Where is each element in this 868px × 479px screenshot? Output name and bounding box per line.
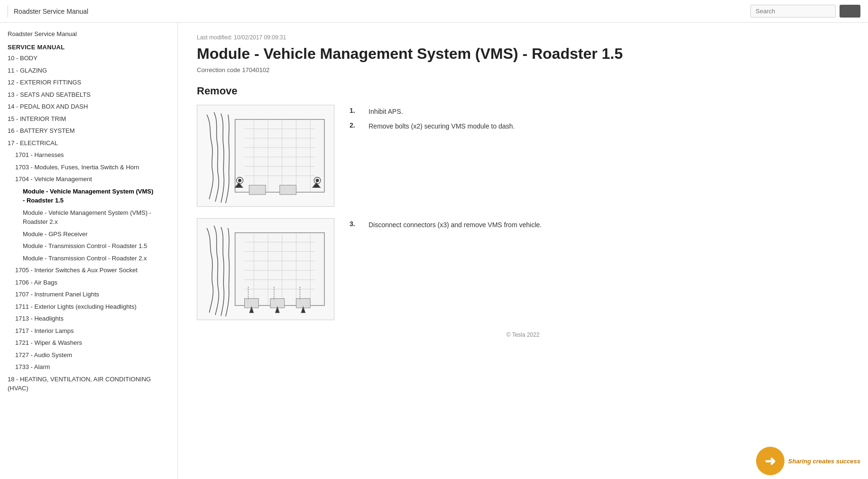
sidebar-section-service-manual: SERVICE MANUAL xyxy=(0,42,177,52)
step-1-text: Inhibit APS. xyxy=(369,107,403,117)
sidebar-subitem-modules[interactable]: 1703 - Modules, Fuses, Inertia Switch & … xyxy=(0,161,177,174)
step-2: 2. Remove bolts (x2) securing VMS module… xyxy=(350,121,515,131)
step-3-number: 3. xyxy=(350,220,363,228)
sidebar-subitem-vehicle-management[interactable]: 1704 - Vehicle Management xyxy=(0,173,177,185)
diagram-1-svg xyxy=(197,105,334,206)
sidebar-item-glazing[interactable]: 11 - GLAZING xyxy=(0,64,177,77)
sidebar-item-electrical[interactable]: 17 - ELECTRICAL xyxy=(0,137,177,149)
sidebar-subitem-interior-switches[interactable]: 1705 - Interior Switches & Aux Power Soc… xyxy=(0,264,177,276)
sidebar-item-pedal-box[interactable]: 14 - PEDAL BOX AND DASH xyxy=(0,101,177,113)
sidebar-header: Roadster Service Manual xyxy=(0,28,177,42)
sidebar-item-battery[interactable]: 16 - BATTERY SYSTEM xyxy=(0,125,177,137)
page-title: Module - Vehicle Management System (VMS)… xyxy=(197,45,849,63)
main-content: Last modified: 10/02/2017 09:09:31 Modul… xyxy=(178,23,868,479)
sidebar-item-exterior-fittings[interactable]: 12 - EXTERIOR FITTINGS xyxy=(0,76,177,89)
sidebar-subsubitem-vms-1-5[interactable]: Module - Vehicle Management System (VMS)… xyxy=(0,185,177,207)
sidebar-subitem-alarm[interactable]: 1733 - Alarm xyxy=(0,361,177,373)
copyright: © Tesla 2022 xyxy=(197,332,849,338)
sidebar-item-hvac[interactable]: 18 - HEATING, VENTILATION, AIR CONDITION… xyxy=(0,373,177,395)
sidebar-subitem-airbags[interactable]: 1706 - Air Bags xyxy=(0,276,177,289)
diagram-1 xyxy=(197,105,334,207)
last-modified: Last modified: 10/02/2017 09:09:31 xyxy=(197,34,849,41)
correction-code: Correction code 17040102 xyxy=(197,66,849,74)
diagram-2-svg xyxy=(197,219,334,320)
step-3: 3. Disconnect connectors (x3) and remove… xyxy=(350,220,542,230)
step-3-text: Disconnect connectors (x3) and remove VM… xyxy=(369,220,542,230)
svg-rect-12 xyxy=(249,185,266,195)
topbar-button[interactable] xyxy=(840,5,860,18)
sidebar-subitem-wipers[interactable]: 1721 - Wiper & Washers xyxy=(0,337,177,349)
svg-rect-13 xyxy=(280,185,296,195)
sidebar-subitem-exterior-lights[interactable]: 1711 - Exterior Lights (excluding Headli… xyxy=(0,301,177,313)
sidebar-subitem-audio[interactable]: 1727 - Audio System xyxy=(0,349,177,361)
step-1-number: 1. xyxy=(350,107,363,114)
steps-group-1: 1. Inhibit APS. 2. Remove bolts (x2) sec… xyxy=(350,105,515,136)
diagram-2 xyxy=(197,218,334,320)
step-2-number: 2. xyxy=(350,121,363,129)
sidebar-subsubitem-gps[interactable]: Module - GPS Receiver xyxy=(0,228,177,240)
remove-heading: Remove xyxy=(197,85,849,97)
svg-point-17 xyxy=(316,179,319,182)
content-section-1: 1. Inhibit APS. 2. Remove bolts (x2) sec… xyxy=(197,105,849,207)
sidebar-item-body[interactable]: 10 - BODY xyxy=(0,52,177,64)
sidebar-subitem-interior-lamps[interactable]: 1717 - Interior Lamps xyxy=(0,325,177,337)
topbar-divider xyxy=(8,6,8,17)
sidebar-item-seats[interactable]: 13 - SEATS AND SEATBELTS xyxy=(0,89,177,101)
step-1: 1. Inhibit APS. xyxy=(350,107,515,117)
sidebar-subsubitem-vms-2x[interactable]: Module - Vehicle Management System (VMS)… xyxy=(0,207,177,228)
topbar-right xyxy=(750,5,860,18)
sidebar-subsubitem-transmission-2x[interactable]: Module - Transmission Control - Roadster… xyxy=(0,252,177,265)
svg-point-15 xyxy=(239,179,241,182)
sidebar-subitem-headlights[interactable]: 1713 - Headlights xyxy=(0,313,177,325)
content-section-2: 3. Disconnect connectors (x3) and remove… xyxy=(197,218,849,320)
sidebar-subitem-harnesses[interactable]: 1701 - Harnesses xyxy=(0,149,177,161)
sidebar-subsubitem-transmission-1-5[interactable]: Module - Transmission Control - Roadster… xyxy=(0,240,177,252)
layout: Roadster Service Manual SERVICE MANUAL 1… xyxy=(0,23,868,479)
sidebar-subitem-instrument-panel[interactable]: 1707 - Instrument Panel Lights xyxy=(0,288,177,301)
svg-rect-0 xyxy=(235,120,324,193)
topbar-title: Roadster Service Manual xyxy=(14,8,88,15)
steps-group-2: 3. Disconnect connectors (x3) and remove… xyxy=(350,218,542,235)
step-2-text: Remove bolts (x2) securing VMS module to… xyxy=(369,121,515,131)
topbar: Roadster Service Manual xyxy=(0,0,868,23)
sidebar-item-interior-trim[interactable]: 15 - INTERIOR TRIM xyxy=(0,113,177,125)
sidebar: Roadster Service Manual SERVICE MANUAL 1… xyxy=(0,23,178,479)
search-input[interactable] xyxy=(750,5,836,18)
